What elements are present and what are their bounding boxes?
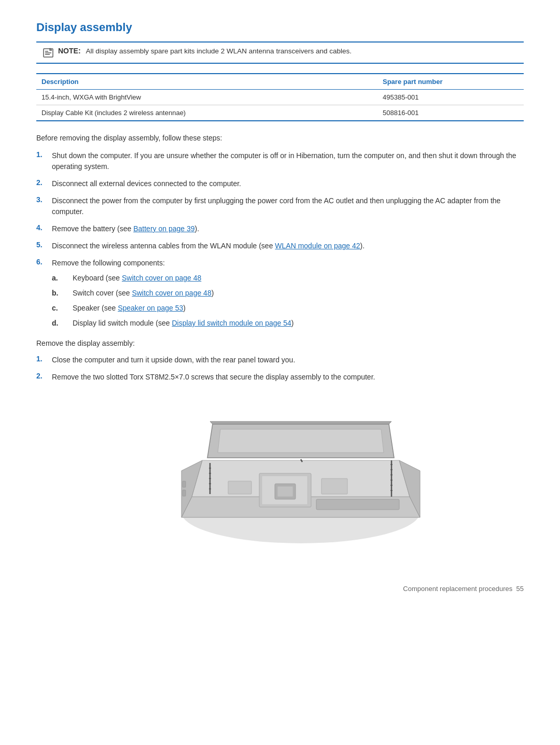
step-number-2: 2. bbox=[36, 178, 52, 187]
step-number-1: 1. bbox=[36, 150, 52, 159]
laptop-illustration bbox=[67, 393, 524, 559]
step-item-2: 2. Disconnect all external devices conne… bbox=[36, 178, 524, 189]
step-text-1: Shut down the computer. If you are unsur… bbox=[52, 150, 524, 172]
step-item-6: 6. Remove the following components: a. K… bbox=[36, 258, 524, 333]
sub-step-letter-b: b. bbox=[52, 288, 73, 299]
svg-rect-26 bbox=[183, 481, 186, 487]
note-label: NOTE: All display assembly spare part ki… bbox=[58, 47, 352, 55]
step-item-1: 1. Shut down the computer. If you are un… bbox=[36, 150, 524, 172]
spare-parts-table: Description Spare part number 15.4-inch,… bbox=[36, 73, 524, 121]
step-number-4: 4. bbox=[36, 223, 52, 232]
table-row-1: 15.4-inch, WXGA with BrightView495385-00… bbox=[36, 90, 524, 105]
sub-step-d: d. Display lid switch module (see Displa… bbox=[52, 318, 293, 329]
col-header-description: Description bbox=[36, 74, 377, 90]
table-cell-description-2: Display Cable Kit (includes 2 wireless a… bbox=[36, 105, 377, 121]
step-text-3: Disconnect the power from the computer b… bbox=[52, 195, 524, 217]
intro-text: Before removing the display assembly, fo… bbox=[36, 134, 524, 142]
remove-steps-list: 1. Close the computer and turn it upside… bbox=[36, 355, 524, 383]
step-item-3: 3. Disconnect the power from the compute… bbox=[36, 195, 524, 217]
table-row-2: Display Cable Kit (includes 2 wireless a… bbox=[36, 105, 524, 121]
col-header-spare-part: Spare part number bbox=[377, 74, 524, 90]
svg-rect-27 bbox=[183, 490, 186, 496]
sub-step-c: c. Speaker (see Speaker on page 53) bbox=[52, 303, 293, 314]
sub-step-text-a: Keyboard (see Switch cover on page 48 bbox=[73, 273, 201, 284]
step-number-6: 6. bbox=[36, 258, 52, 266]
remove-step-text-2: Remove the two slotted Torx ST8M2.5×7.0 … bbox=[52, 372, 375, 383]
remove-label: Remove the display assembly: bbox=[36, 339, 524, 347]
svg-rect-9 bbox=[321, 479, 347, 494]
note-box: NOTE: All display assembly spare part ki… bbox=[36, 41, 524, 64]
remove-step-number-2: 2. bbox=[36, 372, 52, 380]
sub-step-text-b: Switch cover (see Switch cover on page 4… bbox=[73, 288, 214, 299]
sub-step-letter-c: c. bbox=[52, 303, 73, 314]
remove-step-2: 2. Remove the two slotted Torx ST8M2.5×7… bbox=[36, 372, 524, 383]
svg-rect-10 bbox=[228, 481, 251, 494]
remove-step-1: 1. Close the computer and turn it upside… bbox=[36, 355, 524, 366]
step-item-5: 5. Disconnect the wireless antenna cable… bbox=[36, 241, 524, 251]
page-title: Display assembly bbox=[36, 21, 524, 34]
step-number-3: 3. bbox=[36, 195, 52, 204]
sub-step-text-c: Speaker (see Speaker on page 53) bbox=[73, 303, 186, 314]
sub-step-letter-d: d. bbox=[52, 318, 73, 329]
sub-step-a: a. Keyboard (see Switch cover on page 48 bbox=[52, 273, 293, 284]
sub-steps-list: a. Keyboard (see Switch cover on page 48… bbox=[52, 273, 293, 329]
sub-step-b: b. Switch cover (see Switch cover on pag… bbox=[52, 288, 293, 299]
prereq-steps-list: 1. Shut down the computer. If you are un… bbox=[36, 150, 524, 333]
step-item-4: 4. Remove the battery (see Battery on pa… bbox=[36, 223, 524, 234]
footer: Component replacement procedures 55 bbox=[36, 580, 524, 593]
step-number-5: 5. bbox=[36, 241, 52, 249]
laptop-svg bbox=[150, 393, 441, 559]
remove-step-number-1: 1. bbox=[36, 355, 52, 363]
footer-page-number: 55 bbox=[516, 585, 524, 593]
switch-cover-link-b[interactable]: Switch cover on page 48 bbox=[132, 289, 211, 297]
step-text-5: Disconnect the wireless antenna cables f… bbox=[52, 241, 365, 251]
sub-step-letter-a: a. bbox=[52, 273, 73, 284]
footer-text: Component replacement procedures bbox=[403, 585, 512, 593]
table-cell-description-1: 15.4-inch, WXGA with BrightView bbox=[36, 90, 377, 105]
display-lid-switch-link[interactable]: Display lid switch module on page 54 bbox=[172, 319, 291, 327]
table-cell-spare-2: 508816-001 bbox=[377, 105, 524, 121]
sub-step-text-d: Display lid switch module (see Display l… bbox=[73, 318, 293, 329]
step-text-2: Disconnect all external devices connecte… bbox=[52, 178, 241, 189]
speaker-link[interactable]: Speaker on page 53 bbox=[118, 304, 183, 312]
table-cell-spare-1: 495385-001 bbox=[377, 90, 524, 105]
battery-link[interactable]: Battery on page 39 bbox=[133, 224, 194, 233]
switch-cover-link-a[interactable]: Switch cover on page 48 bbox=[122, 274, 201, 282]
remove-step-text-1: Close the computer and turn it upside do… bbox=[52, 355, 295, 366]
note-text: All display assembly spare part kits inc… bbox=[86, 47, 352, 55]
note-icon bbox=[43, 47, 54, 59]
step-text-4: Remove the battery (see Battery on page … bbox=[52, 223, 199, 234]
step-text-6: Remove the following components: a. Keyb… bbox=[52, 258, 293, 333]
svg-rect-25 bbox=[316, 499, 399, 510]
wlan-link[interactable]: WLAN module on page 42 bbox=[275, 242, 360, 250]
svg-rect-8 bbox=[277, 486, 293, 497]
